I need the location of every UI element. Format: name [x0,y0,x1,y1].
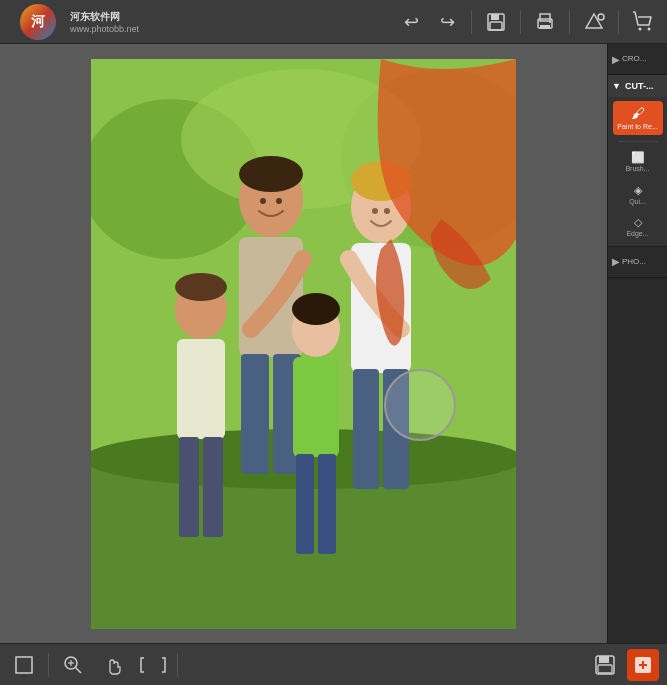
logo-icon: 河 [31,13,45,31]
edge-tool-button[interactable]: ◇ Edge... [613,213,663,241]
crop-header[interactable]: ▶ CRO... [608,44,667,74]
redo-button[interactable]: ↪ [431,6,463,38]
bottom-divider-1 [48,653,49,677]
svg-point-10 [648,27,651,30]
bottom-right-tools [589,649,659,681]
main-area: ▶ CRO... ▼ CUT-... 🖌 Paint to Re... ⬜ [0,44,667,643]
svg-rect-26 [383,369,409,489]
bottom-divider-2 [177,653,178,677]
app-title: 河东软件网 [70,10,139,24]
crop-section: ▶ CRO... [608,44,667,75]
svg-point-6 [549,21,551,23]
zoom-reset-button[interactable] [57,649,89,681]
edge-label: Edge... [626,230,648,238]
toolbar-divider-3 [569,10,570,34]
photo-container [91,59,516,629]
bottom-toolbar [0,643,667,685]
svg-rect-2 [490,22,502,30]
svg-point-39 [372,208,378,214]
orange-action-icon [632,654,654,676]
svg-point-33 [292,293,340,325]
app-logo: 河 [8,2,68,42]
cut-arrow-icon: ▼ [612,81,621,91]
save-bottom-icon [594,654,616,676]
rect-select-icon [13,654,35,676]
cut-label: CUT-... [625,81,654,91]
canvas-area[interactable] [0,44,607,643]
brush-tool-button[interactable]: ⬜ Brush... [613,148,663,176]
app-url: www.photobb.net [70,24,139,34]
cut-content: 🖌 Paint to Re... ⬜ Brush... ◈ Qui... ◇ [608,97,667,246]
cart-button[interactable] [627,6,659,38]
svg-rect-35 [296,454,314,554]
undo-button[interactable]: ↩ [395,6,427,38]
print-button[interactable] [529,6,561,38]
brush-icon: ⬜ [631,151,645,164]
svg-rect-20 [241,354,269,474]
brush-label: Brush... [625,165,649,173]
svg-line-43 [76,667,82,673]
svg-rect-31 [203,437,223,537]
svg-rect-1 [491,14,499,20]
toolbar-divider-1 [471,10,472,34]
shape-icon [583,11,605,33]
top-toolbar: 河 河东软件网 www.photobb.net ↩ ↪ [0,0,667,44]
svg-rect-34 [293,357,339,457]
photo-header[interactable]: ▶ PHO... [608,247,667,277]
svg-rect-41 [16,657,32,673]
svg-marker-7 [586,14,602,28]
save-bottom-button[interactable] [589,649,621,681]
svg-point-18 [239,156,303,192]
edge-icon: ◇ [634,216,642,229]
paint-to-remove-button[interactable]: 🖌 Paint to Re... [613,101,663,135]
svg-rect-30 [179,437,199,537]
paint-brush-icon: 🖌 [631,105,645,121]
zoom-icon [62,654,84,676]
svg-rect-25 [353,369,379,489]
shape-button[interactable] [578,6,610,38]
svg-rect-4 [540,14,550,21]
svg-rect-36 [318,454,336,554]
toolbar-icons: ↩ ↪ [395,6,659,38]
brand-block: 河东软件网 www.photobb.net [70,10,139,34]
bracket-select-button[interactable] [137,649,169,681]
bracket-icon [139,654,167,676]
photo-section: ▶ PHO... [608,247,667,278]
save-icon [486,12,506,32]
toolbar-divider-4 [618,10,619,34]
logo-circle: 河 [20,4,56,40]
family-photo-svg [91,59,516,629]
cart-icon [631,10,655,34]
svg-point-8 [598,14,604,20]
svg-rect-48 [598,665,612,673]
cut-header[interactable]: ▼ CUT-... [608,75,667,97]
quick-tool-button[interactable]: ◈ Qui... [613,181,663,209]
paint-to-remove-label: Paint to Re... [617,123,657,131]
crop-label: CRO... [622,54,646,64]
right-panel: ▶ CRO... ▼ CUT-... 🖌 Paint to Re... ⬜ [607,44,667,643]
svg-point-38 [276,198,282,204]
hand-icon [102,654,124,676]
svg-rect-5 [540,25,550,29]
cut-section: ▼ CUT-... 🖌 Paint to Re... ⬜ Brush... ◈ [608,75,667,247]
svg-point-37 [260,198,266,204]
hand-tool-button[interactable] [97,649,129,681]
svg-point-28 [175,273,227,301]
rect-select-button[interactable] [8,649,40,681]
svg-rect-47 [599,656,609,663]
crop-arrow-icon: ▶ [612,54,620,65]
svg-rect-29 [177,339,225,439]
photo-label: PHO... [622,257,646,267]
photo-arrow-icon: ▶ [612,256,620,267]
print-icon [535,12,555,32]
quick-label: Qui... [629,198,646,206]
orange-action-button[interactable] [627,649,659,681]
tool-separator-1 [618,141,658,142]
svg-point-9 [639,27,642,30]
quick-icon: ◈ [634,184,642,197]
svg-point-40 [384,208,390,214]
toolbar-divider-2 [520,10,521,34]
save-button[interactable] [480,6,512,38]
